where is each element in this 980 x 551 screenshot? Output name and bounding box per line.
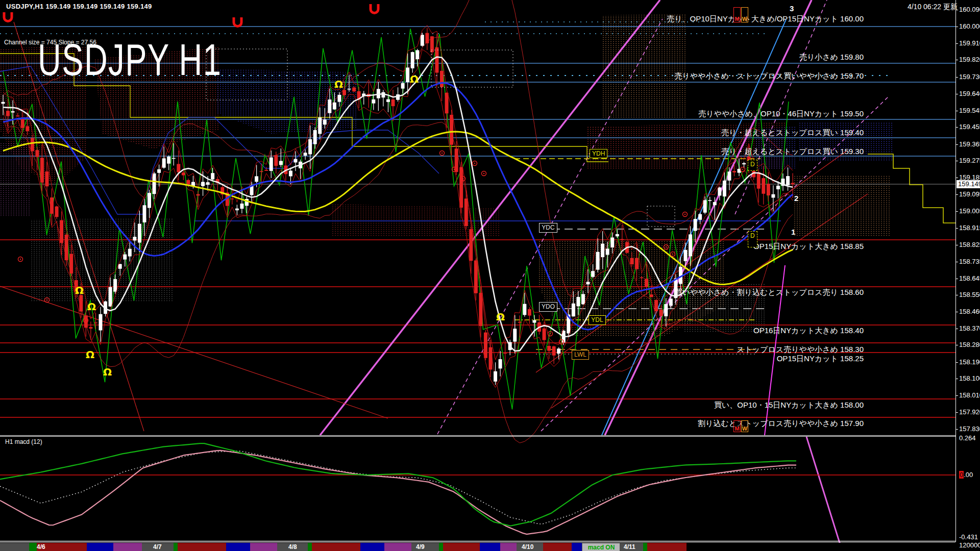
candle-body: [645, 279, 648, 287]
session-strip-segment: [643, 543, 647, 551]
price-annotation: 売り小さめ 159.80: [799, 53, 864, 62]
chart-level-label[interactable]: YDO: [539, 302, 557, 312]
macd-on-toggle[interactable]: macd ON: [582, 543, 621, 551]
candle-body: [308, 139, 312, 155]
session-strip-segment: [0, 543, 29, 551]
candle-body: [776, 186, 780, 189]
candle-body: [635, 258, 639, 269]
candle-body: [620, 239, 624, 240]
candle-body: [650, 294, 653, 297]
price-axis-label: 159.730: [959, 73, 980, 81]
symbol-title: USDJPY,H1 159.149 159.149 159.149 159.14…: [6, 3, 152, 10]
candle-body: [503, 353, 507, 354]
candle-body: [201, 182, 205, 186]
price-axis-label: 158.550: [959, 291, 980, 298]
session-strip-segment: [439, 543, 443, 551]
session-strip: macd ON: [0, 543, 955, 551]
axis-tick-mark: [955, 262, 958, 262]
candle-body: [479, 293, 482, 326]
candle-body: [791, 183, 795, 184]
price-annotation: 売り、OP10日NYカット大きめ/OP15日NYカット 160.00: [667, 14, 864, 24]
price-axis-label: 158.460: [959, 308, 980, 315]
price-axis-label: 160.000: [959, 22, 980, 30]
price-axis-label: 159.640: [959, 90, 980, 97]
chart-level-label[interactable]: D: [748, 160, 757, 171]
price-axis-label: 160.090: [959, 6, 980, 13]
omega-marker-icon: Ω: [334, 78, 343, 90]
trend-line[interactable]: [806, 437, 842, 551]
axis-tick-mark: [955, 127, 958, 128]
candle-body: [55, 207, 59, 217]
price-axis-label: 158.370: [959, 324, 980, 332]
candle-body: [718, 187, 721, 195]
chart-level-label[interactable]: D: [748, 231, 757, 247]
candle-body: [206, 182, 210, 185]
candle-body: [333, 103, 336, 110]
axis-tick-mark: [955, 412, 958, 413]
axis-tick-mark: [955, 43, 958, 44]
candle-body: [211, 173, 214, 179]
price-annotation: OP15日NYカット大きめ 158.85: [753, 242, 864, 252]
candle-body: [186, 180, 190, 184]
current-price-tag: 159.149: [957, 180, 980, 188]
candle-body: [133, 237, 136, 240]
price-annotation: 買い、OP10・15日NYカット大きめ 158.00: [714, 400, 864, 410]
date-axis-label: 4/9: [416, 543, 425, 550]
candle-body: [406, 67, 409, 82]
candle-body: [372, 99, 375, 104]
omega-marker-icon: Ω: [87, 300, 96, 313]
candle-body: [318, 117, 322, 134]
session-strip-segment: [174, 543, 178, 551]
candle-body: [596, 252, 600, 270]
axis-tick-mark: [955, 429, 958, 430]
candle-body: [113, 279, 117, 292]
candle-body: [601, 244, 604, 257]
candle-body: [35, 150, 39, 157]
chart-macd-separator: [0, 435, 955, 436]
candle-body: [694, 219, 697, 231]
trading-chart-window: ΩΩΩΩΩΩΩ USDJPY,H1 159.149 159.149 159.14…: [0, 0, 980, 551]
date-axis-label: 4/7: [153, 543, 162, 550]
macd-axis-label: 0.00: [959, 471, 973, 479]
candle-body: [65, 235, 68, 260]
sell-signal-dot-icon: [85, 320, 86, 321]
candle-body: [162, 158, 166, 167]
candle-body: [386, 99, 390, 102]
strip-top-border: [0, 542, 955, 542]
candle-body: [6, 111, 10, 116]
period-marker-w: W: [741, 7, 748, 22]
candle-body: [342, 90, 346, 95]
candle-body: [264, 170, 268, 171]
candle-body: [440, 71, 444, 87]
last-updated-timestamp: 4/10 06:22 更新: [908, 3, 958, 12]
period-marker-m: M: [733, 7, 741, 22]
chart-level-label[interactable]: YDL: [589, 315, 606, 325]
axis-tick-mark: [955, 77, 958, 78]
axis-tick-mark: [955, 395, 958, 396]
chart-level-label[interactable]: YDC: [539, 223, 557, 233]
omega-marker-icon: Ω: [75, 284, 84, 296]
candle-body: [421, 35, 424, 46]
candle-body: [109, 287, 112, 307]
candle-body: [727, 171, 731, 181]
date-axis-label: 4/10: [522, 543, 533, 550]
macd-main-line: [0, 443, 796, 526]
candle-body: [445, 93, 449, 114]
axis-tick-mark: [955, 111, 958, 111]
price-axis-label: 159.820: [959, 56, 980, 63]
candle-body: [698, 214, 702, 220]
sell-signal-dot-icon: [666, 246, 667, 247]
macd-signal-dotted-line: [0, 451, 796, 524]
session-strip-segment: [178, 543, 226, 551]
chart-level-label[interactable]: YDH: [590, 149, 607, 158]
candle-body: [499, 359, 502, 368]
chart-level-label[interactable]: LWL: [572, 350, 589, 360]
candle-body: [294, 159, 298, 163]
session-strip-segment: [87, 543, 113, 551]
sell-signal-dot-icon: [454, 169, 455, 170]
price-axis-label: 159.275: [959, 157, 980, 164]
candle-body: [425, 33, 429, 43]
price-axis-line: [955, 0, 956, 542]
candle-body: [21, 118, 24, 128]
candle-body: [337, 95, 341, 102]
